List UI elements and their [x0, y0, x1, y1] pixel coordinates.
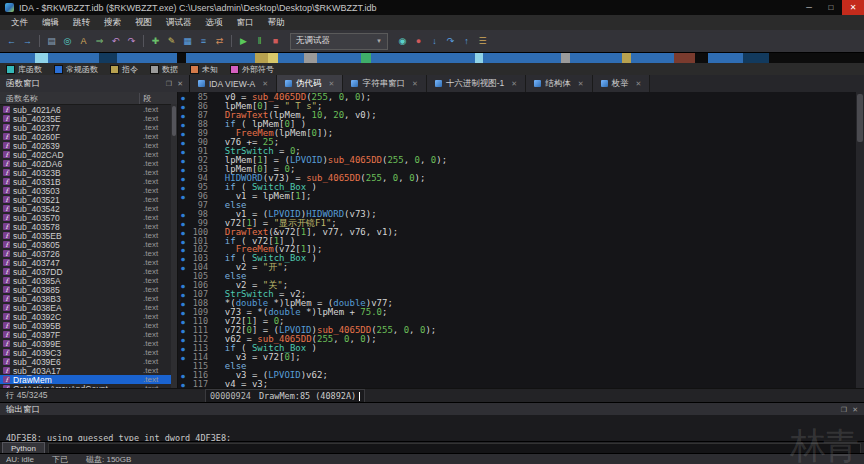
- functions-scrollbar[interactable]: [171, 104, 177, 388]
- structs-icon[interactable]: ▦: [180, 34, 195, 49]
- pause-debug-icon[interactable]: ‖: [252, 34, 267, 49]
- tab-枚举[interactable]: 枚举✕: [593, 75, 651, 92]
- search-text-icon[interactable]: A: [76, 34, 91, 49]
- start-debug-icon[interactable]: ▶: [236, 34, 251, 49]
- minimize-button[interactable]: ─: [798, 0, 820, 15]
- column-segment[interactable]: 段: [139, 93, 177, 104]
- breakpoint-dot[interactable]: ●: [178, 281, 188, 290]
- breakpoint-dot[interactable]: [178, 272, 188, 281]
- toolbar-separator: [39, 35, 40, 47]
- column-function-name[interactable]: 函数名称: [0, 93, 139, 104]
- tab-字符串窗口[interactable]: 字符串窗口✕: [343, 75, 426, 92]
- xrefs-icon[interactable]: ⇄: [212, 34, 227, 49]
- breakpoint-dot[interactable]: ●: [178, 138, 188, 147]
- close-icon[interactable]: ✕: [636, 80, 642, 88]
- comment-icon[interactable]: ✎: [164, 34, 179, 49]
- code-line[interactable]: ●114 v3 = v72[0];: [178, 353, 856, 362]
- breakpoint-dot[interactable]: ●: [178, 120, 188, 129]
- breakpoint-dot[interactable]: ●: [178, 380, 188, 388]
- tab-伪代码[interactable]: 伪代码✕: [277, 75, 343, 92]
- output-float-icon[interactable]: ❐: [841, 406, 847, 414]
- code-line[interactable]: ●89 FreeMem(lpMem[0]);: [178, 129, 856, 138]
- code-scrollbar[interactable]: [856, 92, 864, 388]
- enums-icon[interactable]: ≡: [196, 34, 211, 49]
- tab-结构体[interactable]: 结构体✕: [526, 75, 592, 92]
- code-line[interactable]: ●96 v1 = lpMem[1];: [178, 192, 856, 201]
- script-icon[interactable]: ☰: [475, 34, 490, 49]
- undo-icon[interactable]: ↶: [108, 34, 123, 49]
- step-over-icon[interactable]: ↷: [443, 34, 458, 49]
- debugger-select[interactable]: 无调试器 ▼: [290, 33, 388, 50]
- code-line[interactable]: ●104 v2 = "开";: [178, 263, 856, 272]
- forward-icon[interactable]: →: [20, 34, 35, 49]
- menu-item[interactable]: 搜索: [97, 17, 128, 29]
- breakpoint-dot[interactable]: ●: [178, 353, 188, 362]
- menu-item[interactable]: 调试器: [159, 17, 199, 29]
- search-icon[interactable]: ◎: [60, 34, 75, 49]
- tab-十六进制视图-1[interactable]: 十六进制视图-1✕: [427, 75, 526, 92]
- run-until-return-icon[interactable]: ↑: [459, 34, 474, 49]
- code-line[interactable]: ●117 v4 = v3;: [178, 380, 856, 388]
- close-icon[interactable]: ✕: [578, 80, 584, 88]
- breakpoint-dot[interactable]: ●: [178, 210, 188, 219]
- patch-icon[interactable]: ✚: [148, 34, 163, 49]
- breakpoint-dot[interactable]: [178, 201, 188, 210]
- tab-IDA VIEW-A[interactable]: IDA VIEW-A✕: [190, 75, 277, 92]
- breakpoint-dot[interactable]: ●: [178, 102, 188, 111]
- breakpoint-dot[interactable]: ●: [178, 299, 188, 308]
- breakpoint-dot[interactable]: ●: [178, 326, 188, 335]
- breakpoint-dot[interactable]: ●: [178, 156, 188, 165]
- redo-icon[interactable]: ↷: [124, 34, 139, 49]
- close-icon[interactable]: ✕: [329, 80, 335, 88]
- menu-item[interactable]: 选项: [199, 17, 230, 29]
- legend-item: 外部符号: [230, 64, 274, 75]
- breakpoint-dot[interactable]: ●: [178, 254, 188, 263]
- breakpoint-dot[interactable]: ●: [178, 147, 188, 156]
- breakpoint-dot[interactable]: ●: [178, 219, 188, 228]
- functions-columns: 函数名称 段: [0, 92, 177, 105]
- menu-item[interactable]: 帮助: [261, 17, 292, 29]
- breakpoint-dot[interactable]: ●: [178, 111, 188, 120]
- breakpoint-dot[interactable]: ●: [178, 129, 188, 138]
- breakpoint-dot[interactable]: ●: [178, 245, 188, 254]
- breakpoint-dot[interactable]: ●: [178, 263, 188, 272]
- breakpoint-dot[interactable]: [178, 362, 188, 371]
- close-icon[interactable]: ✕: [412, 80, 418, 88]
- breakpoint-dot[interactable]: ●: [178, 317, 188, 326]
- menu-item[interactable]: 视图: [128, 17, 159, 29]
- breakpoint-dot[interactable]: ●: [178, 290, 188, 299]
- breakpoint-dot[interactable]: ●: [178, 93, 188, 102]
- jump-address-icon[interactable]: ⇒: [92, 34, 107, 49]
- stop-debug-icon[interactable]: ■: [268, 34, 283, 49]
- panel-close-icon[interactable]: ✕: [177, 80, 183, 88]
- step-into-icon[interactable]: ↓: [427, 34, 442, 49]
- menu-item[interactable]: 编辑: [35, 17, 66, 29]
- breakpoint-dot[interactable]: ●: [178, 344, 188, 353]
- breakpoint-list-icon[interactable]: ●: [411, 34, 426, 49]
- code-line[interactable]: ●116 v3 = (LPVOID)v62;: [178, 371, 856, 380]
- close-button[interactable]: ✕: [842, 0, 864, 15]
- panel-float-icon[interactable]: ❐: [166, 80, 172, 88]
- breakpoint-dot[interactable]: ●: [178, 165, 188, 174]
- breakpoint-dot[interactable]: ●: [178, 174, 188, 183]
- code-status-address: 00000924: [210, 391, 251, 401]
- close-icon[interactable]: ✕: [262, 80, 268, 88]
- menu-item[interactable]: 文件: [4, 17, 35, 29]
- cli-input[interactable]: [48, 443, 861, 454]
- output-close-icon[interactable]: ✕: [852, 406, 858, 414]
- breakpoint-dot[interactable]: ●: [178, 228, 188, 237]
- breakpoint-dot[interactable]: ●: [178, 308, 188, 317]
- breakpoint-dot[interactable]: ●: [178, 237, 188, 246]
- menu-item[interactable]: 窗口: [230, 17, 261, 29]
- menu-item[interactable]: 跳转: [66, 17, 97, 29]
- pseudocode-view[interactable]: ●85 v0 = sub_4065DD(255, 0, 0);●86 lpMem…: [178, 92, 864, 388]
- save-icon[interactable]: ▤: [44, 34, 59, 49]
- attach-process-icon[interactable]: ◉: [395, 34, 410, 49]
- breakpoint-dot[interactable]: ●: [178, 192, 188, 201]
- breakpoint-dot[interactable]: ●: [178, 183, 188, 192]
- breakpoint-dot[interactable]: ●: [178, 371, 188, 380]
- close-icon[interactable]: ✕: [511, 80, 517, 88]
- breakpoint-dot[interactable]: ●: [178, 335, 188, 344]
- maximize-button[interactable]: □: [820, 0, 842, 15]
- back-icon[interactable]: ←: [4, 34, 19, 49]
